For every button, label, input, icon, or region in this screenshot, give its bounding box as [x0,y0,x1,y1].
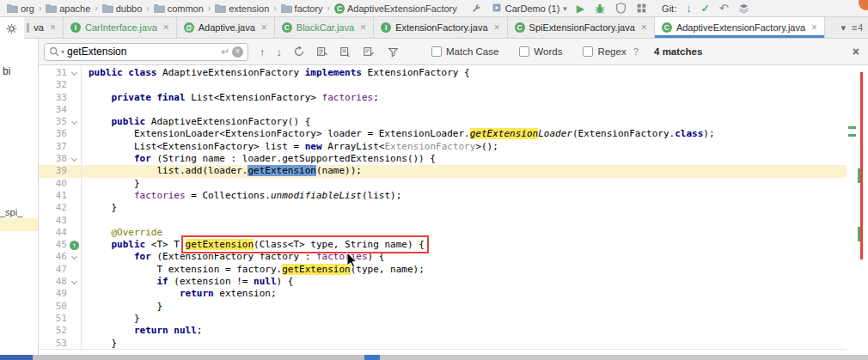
editor-tab[interactable]: CSpiExtensionFactory.java× [508,17,655,38]
line-number-gutter[interactable]: 49 [39,288,82,300]
search-result-marker[interactable] [848,126,856,129]
code-text[interactable] [82,215,89,227]
code-text[interactable]: public class AdaptiveExtensionFactory im… [82,67,470,79]
code-text[interactable]: } [82,202,117,214]
code-text[interactable] [82,79,89,91]
breadcrumb-item[interactable]: CAdaptiveExtensionFactory [334,3,457,14]
fold-chevron-icon[interactable] [71,253,77,259]
editor-tab[interactable]: ICarInterface.java× [64,17,177,38]
code-text[interactable]: public AdaptiveExtensionFactory() { [82,116,310,128]
fold-chevron-icon[interactable] [71,119,77,125]
code-text[interactable]: } [82,301,162,313]
line-number-gutter[interactable]: 51 [39,313,82,325]
tab-close-icon[interactable]: × [811,21,817,34]
search-result-marker[interactable] [848,134,856,137]
editor-tab[interactable]: IExtensionFactory.java× [374,17,507,38]
newline-icon[interactable]: ↵ [221,46,229,58]
debug-button[interactable] [594,3,606,15]
code-text[interactable]: ExtensionLoader<ExtensionFactory> loader… [82,128,715,140]
line-number-gutter[interactable]: 39 [39,165,82,177]
code-text[interactable]: private final List<ExtensionFactory> fac… [82,92,379,104]
tree-selected-row[interactable] [0,218,39,231]
line-number-gutter[interactable]: 42 [39,202,82,214]
implements-marker-icon[interactable]: ↑ [70,241,79,250]
line-number-gutter[interactable]: 40 [39,178,82,190]
tab-close-icon[interactable]: × [50,21,56,34]
search-options-chevron-icon[interactable]: ▾ [61,48,64,56]
run-button[interactable]: ▶ [577,3,584,15]
search-input[interactable] [67,46,218,58]
code-text[interactable]: return extension; [82,288,277,300]
breadcrumb-item[interactable]: org [7,3,34,14]
search-field[interactable]: ▾ ↵ × [44,43,248,61]
filter-results-icon[interactable] [363,46,375,58]
editor-tab[interactable]: CAdaptiveExtensionFactory.java× [655,17,825,38]
coverage-button[interactable] [615,3,627,14]
match-case-checkbox[interactable]: Match Case [431,46,498,57]
tab-close-icon[interactable]: × [494,21,500,34]
line-number-gutter[interactable]: 43 [39,215,82,227]
code-text[interactable]: } [82,178,140,190]
line-number-gutter[interactable]: 46 [39,251,82,263]
tab-close-icon[interactable]: × [360,21,366,34]
tab-close-icon[interactable]: × [163,21,169,34]
filter-icon[interactable] [388,46,399,58]
code-text[interactable]: List<ExtensionFactory> list = new ArrayL… [82,141,498,153]
run-config-selector[interactable]: CarDemo (1) ▾ [492,3,567,15]
breadcrumb-item[interactable]: extension [215,3,269,14]
find-all-icon[interactable] [293,46,305,58]
breadcrumb-item[interactable]: factory [281,3,323,14]
code-text[interactable]: for (String name : loader.getSupportedEx… [82,153,436,165]
tab-close-icon[interactable]: × [641,21,647,34]
fold-chevron-icon[interactable] [71,278,77,284]
code-text[interactable]: } [82,338,117,350]
code-text[interactable]: return null; [82,325,202,337]
search-in-selection-icon[interactable]: 1 [339,46,351,58]
vcs-commit-button[interactable]: ✓ [701,3,710,15]
close-find-bar-icon[interactable]: × [853,45,859,58]
breadcrumb-item[interactable]: apache [46,3,90,14]
line-number-gutter[interactable]: 44 [39,227,82,239]
words-checkbox[interactable]: Words [519,46,562,57]
code-editor[interactable]: 31public class AdaptiveExtensionFactory … [39,65,847,350]
line-number-gutter[interactable]: 32 [39,79,82,91]
line-number-gutter[interactable]: 52 [39,325,82,337]
build-wrench-icon[interactable] [471,3,482,14]
tab-close-icon[interactable]: × [261,21,267,34]
line-number-gutter[interactable]: 47 [39,264,82,276]
clear-search-icon[interactable]: × [232,46,243,58]
line-number-gutter[interactable]: 45↑ [39,239,82,251]
code-text[interactable]: factories = Collections.unmodifiableList… [82,190,401,202]
stack-icon[interactable] [738,3,749,14]
line-number-gutter[interactable]: 36 [39,128,82,140]
regex-checkbox[interactable]: Regex [583,46,626,57]
open-in-tool-window-icon[interactable] [316,46,328,58]
gear-icon[interactable] [6,22,17,38]
line-number-gutter[interactable]: 33 [39,92,82,104]
line-number-gutter[interactable]: 37 [39,141,82,153]
profiler-button[interactable] [636,3,647,14]
editor-tab[interactable]: va× [24,17,64,38]
editor-tab[interactable]: @Adaptive.java× [177,17,275,38]
project-panel[interactable]: bi _spi_ [0,17,39,355]
line-number-gutter[interactable]: 41 [39,190,82,202]
vcs-rollback-button[interactable]: ↶ [719,2,729,15]
hidden-tabs-button[interactable]: ≡4 [852,22,863,33]
tabs-dropdown-icon[interactable]: ▾ [840,22,846,34]
code-text[interactable]: list.add(loader.getExtension(name)); [82,165,362,177]
code-text[interactable] [82,104,89,116]
fold-chevron-icon[interactable] [71,70,77,76]
fold-chevron-icon[interactable] [71,156,77,162]
line-number-gutter[interactable]: 38 [39,153,82,165]
code-text[interactable]: @Override [82,227,162,239]
breadcrumb-item[interactable]: common [154,3,204,14]
line-number-gutter[interactable]: 48 [39,276,82,288]
breadcrumb-item[interactable]: dubbo [102,3,143,14]
code-text[interactable]: T extension = factory.getExtension(type,… [82,264,425,276]
code-text[interactable]: if (extension != null) { [82,276,293,288]
regex-help-link[interactable]: ? [633,46,639,57]
line-number-gutter[interactable]: 53 [39,338,82,350]
next-match-button[interactable]: ↓ [277,46,283,58]
line-number-gutter[interactable]: 31 [39,67,82,79]
code-text[interactable]: } [82,313,140,325]
